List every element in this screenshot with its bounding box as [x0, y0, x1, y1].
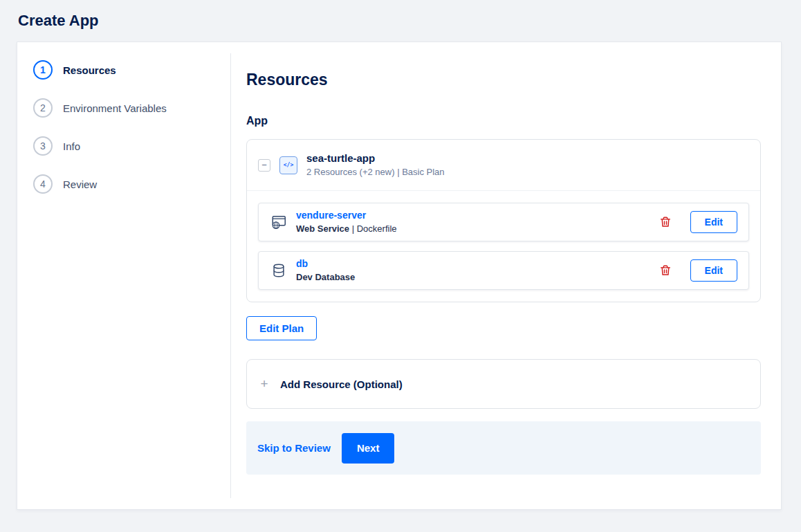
resource-text: db Dev Database: [296, 258, 355, 283]
resource-type: Dev Database: [296, 272, 355, 282]
edit-resource-button[interactable]: Edit: [690, 259, 737, 282]
edit-resource-button[interactable]: Edit: [690, 211, 737, 233]
resource-row-db: db Dev Database: [258, 251, 749, 290]
step-number-circle: 1: [33, 60, 53, 80]
add-resource-label: Add Resource (Optional): [280, 378, 403, 390]
step-content: Resources App − </> sea-turtle-app 2 Res…: [231, 42, 781, 509]
resource-list: vendure-server Web Service | Dockerfile: [247, 191, 760, 302]
plus-icon: +: [258, 376, 270, 392]
trash-icon: [659, 264, 672, 277]
resource-name-link[interactable]: db: [296, 258, 355, 270]
step-label: Review: [63, 178, 97, 190]
resource-row-vendure-server: vendure-server Web Service | Dockerfile: [258, 203, 749, 241]
delete-resource-button[interactable]: [656, 261, 675, 280]
step-number-circle: 2: [33, 98, 53, 118]
step-number-circle: 3: [33, 136, 53, 156]
app-card-header: − </> sea-turtle-app 2 Resources (+2 new…: [247, 140, 760, 191]
step-resources[interactable]: 1 Resources: [33, 60, 230, 80]
resource-text: vendure-server Web Service | Dockerfile: [296, 210, 397, 235]
resource-detail: | Dockerfile: [352, 223, 397, 234]
step-label: Environment Variables: [63, 102, 167, 114]
app-header-text: sea-turtle-app 2 Resources (+2 new) | Ba…: [306, 152, 445, 178]
resource-type: Web Service: [296, 223, 349, 234]
add-resource-card[interactable]: + Add Resource (Optional): [246, 359, 761, 409]
step-environment-variables[interactable]: 2 Environment Variables: [33, 98, 230, 118]
wizard-stepper: 1 Resources 2 Environment Variables 3 In…: [17, 42, 230, 509]
step-info[interactable]: 3 Info: [33, 136, 230, 156]
web-service-icon: [270, 214, 288, 230]
delete-resource-button[interactable]: [656, 212, 675, 232]
trash-icon: [659, 216, 672, 228]
code-icon: </>: [279, 156, 297, 174]
step-label: Info: [63, 140, 80, 152]
app-card: − </> sea-turtle-app 2 Resources (+2 new…: [246, 139, 761, 302]
resource-subtitle: Dev Database: [296, 272, 355, 283]
step-label: Resources: [63, 64, 116, 76]
app-section-label: App: [246, 114, 761, 128]
next-button[interactable]: Next: [342, 433, 395, 464]
wizard-footer: Skip to Review Next: [246, 421, 761, 475]
app-name: sea-turtle-app: [306, 152, 445, 165]
skip-to-review-link[interactable]: Skip to Review: [257, 442, 331, 454]
resource-name-link[interactable]: vendure-server: [296, 210, 397, 221]
content-heading: Resources: [246, 70, 761, 89]
step-review[interactable]: 4 Review: [33, 174, 230, 194]
page-title: Create App: [0, 0, 801, 30]
database-icon: [270, 263, 288, 278]
step-number-circle: 4: [33, 174, 53, 194]
app-meta: 2 Resources (+2 new) | Basic Plan: [306, 167, 445, 178]
edit-plan-button[interactable]: Edit Plan: [246, 316, 317, 340]
collapse-app-button[interactable]: −: [258, 159, 270, 172]
resource-subtitle: Web Service | Dockerfile: [296, 223, 397, 235]
wizard-card: 1 Resources 2 Environment Variables 3 In…: [17, 42, 782, 510]
create-app-page: Create App 1 Resources 2 Environment Var…: [0, 0, 801, 532]
